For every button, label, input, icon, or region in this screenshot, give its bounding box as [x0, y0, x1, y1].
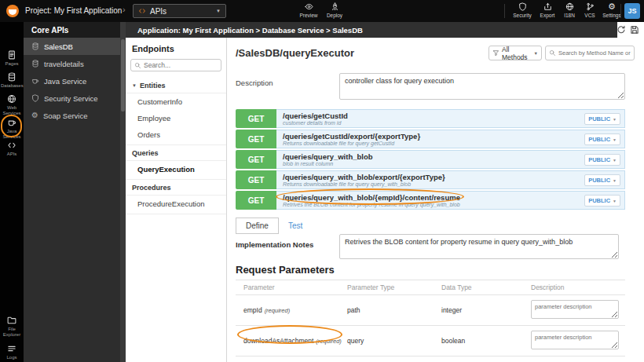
scrollbar-thumb[interactable] [121, 39, 125, 112]
endpoint-path[interactable]: /queries/getCustId/export/{exportType} [283, 132, 618, 141]
rail-item-apis[interactable]: APIs [0, 141, 24, 157]
endpoint-row-highlighted: GET /queries/query_with_blob/{empId}/con… [236, 191, 625, 210]
endpoint-link[interactable]: /queries/query_with_blob/{empId}/content… [276, 191, 625, 210]
search-icon [134, 62, 141, 69]
table-row-highlighted: downloadAsAttachment(required) query boo… [236, 326, 625, 357]
method-badge: GET [236, 170, 276, 189]
preview-label: Preview [299, 13, 317, 18]
endpoint-item-queryexecution[interactable]: QueryExecution [126, 161, 226, 177]
i18n-label: I18N [564, 13, 575, 18]
endpoint-link[interactable]: /queries/getCustId customer details from… [276, 109, 625, 128]
nav-dropdown[interactable]: APIs ▼ [133, 4, 226, 18]
refresh-icon[interactable] [617, 25, 626, 35]
chevron-down-icon: ▼ [132, 83, 137, 88]
deploy-label: Deploy [327, 13, 342, 18]
rail-item-label: Databases [1, 83, 23, 89]
sidebar-item-soap-service[interactable]: ⚙ Soap Service [24, 107, 120, 124]
nav-dropdown-value: APIs [150, 7, 166, 16]
branch-icon [586, 2, 595, 11]
endpoint-row: GET /queries/getCustId/export/{exportTyp… [236, 130, 625, 148]
column-header-data-type: Data Type [434, 280, 523, 294]
section-queries[interactable]: Queries [126, 145, 226, 161]
sidebar-item-label: Security Service [44, 94, 98, 103]
methods-filter-dropdown[interactable]: All Methods ▼ [488, 46, 542, 60]
sidebar-scrollbar[interactable] [120, 22, 126, 362]
endpoint-item-employee[interactable]: Employee [126, 110, 226, 126]
endpoints-group-queries: Queries QueryExecution [126, 145, 226, 180]
param-description-input[interactable] [531, 300, 619, 319]
section-label: Queries [132, 149, 159, 157]
endpoint-item-customerinfo[interactable]: CustomerInfo [126, 93, 226, 110]
method-badge: GET [236, 150, 276, 169]
pages-icon [7, 50, 16, 60]
param-description-input[interactable] [531, 331, 619, 349]
sidebar-item-java-service[interactable]: Java Service [24, 72, 120, 90]
endpoint-path[interactable]: /queries/query_with_blob/export/{exportT… [283, 173, 618, 181]
endpoint-link[interactable]: /queries/query_with_blob blob in result … [276, 150, 625, 169]
endpoint-link[interactable]: /queries/getCustId/export/{exportType} R… [276, 130, 625, 148]
topbar-divider [504, 4, 505, 18]
method-search-input[interactable] [558, 49, 632, 57]
chevron-down-icon: ▼ [613, 137, 617, 142]
save-icon[interactable] [630, 25, 639, 35]
export-label: Export [540, 13, 555, 18]
preview-button[interactable]: Preview [295, 2, 322, 18]
access-dropdown[interactable]: PUBLIC ▼ [584, 174, 620, 186]
rail-item-label: Logs [1, 355, 23, 360]
gear-icon: ⚙ [608, 2, 616, 11]
endpoint-note: blob in result column [283, 161, 618, 167]
sidebar-item-label: Java Service [44, 77, 86, 86]
param-data-type-cell: integer [434, 302, 523, 319]
database-icon [31, 60, 39, 68]
rail-item-web-services[interactable]: Web Services [0, 94, 24, 116]
endpoint-item-procedureexecution[interactable]: ProcedureExecution [126, 196, 226, 212]
description-label: Description [236, 79, 273, 87]
rail-item-pages[interactable]: Pages [0, 50, 24, 67]
access-dropdown[interactable]: PUBLIC ▼ [584, 154, 620, 166]
description-textarea[interactable]: controller class for query execution [339, 73, 625, 100]
endpoint-path[interactable]: /queries/query_with_blob [283, 152, 618, 161]
rail-item-java-services[interactable]: Java Services [0, 118, 24, 140]
endpoint-link[interactable]: /queries/query_with_blob/export/{exportT… [276, 170, 625, 189]
endpoint-item-orders[interactable]: Orders [126, 126, 226, 143]
rail-item-label: File Explorer [1, 327, 23, 338]
column-header-parameter: Parameter [236, 280, 339, 294]
tab-define[interactable]: Define [236, 218, 279, 234]
column-header-parameter-type: Parameter Type [339, 280, 434, 294]
access-dropdown[interactable]: PUBLIC ▼ [584, 113, 620, 125]
endpoint-row: GET /queries/getCustId customer details … [236, 109, 625, 128]
param-required-flag: (required) [316, 338, 342, 345]
endpoint-row: GET /queries/query_with_blob blob in res… [236, 150, 625, 169]
endpoint-row: GET /queries/query_with_blob/export/{exp… [236, 170, 625, 189]
sidebar-item-label: traveldetails [44, 60, 84, 68]
access-dropdown[interactable]: PUBLIC ▼ [584, 133, 620, 145]
app-logo-icon[interactable] [6, 5, 19, 17]
method-badge: GET [236, 109, 276, 128]
vcs-label: VCS [584, 13, 595, 18]
tab-test[interactable]: Test [279, 218, 312, 234]
sidebar-item-traveldetails[interactable]: traveldetails [24, 55, 120, 72]
endpoint-path[interactable]: /queries/getCustId [283, 112, 618, 120]
sidebar-item-security-service[interactable]: Security Service [24, 90, 120, 107]
chevron-down-icon: ▼ [613, 178, 617, 183]
rail-item-databases[interactable]: Databases [0, 72, 24, 89]
security-button[interactable]: Security [509, 2, 536, 18]
sidebar-item-salesdb[interactable]: SalesDB [24, 38, 120, 55]
topbar-divider [620, 4, 621, 18]
endpoint-note: Returns downloadable file for query getC… [283, 141, 618, 147]
apis-icon [138, 7, 146, 15]
endpoint-path[interactable]: /queries/query_with_blob/{empId}/content… [283, 193, 618, 202]
user-avatar[interactable]: JS [624, 3, 640, 19]
implementation-notes-textarea[interactable]: Retrives the BLOB content for property r… [339, 234, 619, 259]
section-entities[interactable]: ▼ Entities [126, 78, 226, 93]
rocket-icon [331, 2, 339, 11]
section-procedures[interactable]: Procedures [126, 180, 226, 196]
endpoint-note: Returns downloadable file for query quer… [283, 181, 618, 188]
rail-item-file-explorer[interactable]: File Explorer [0, 316, 24, 338]
endpoints-search-input[interactable] [144, 61, 216, 69]
access-dropdown[interactable]: PUBLIC ▼ [584, 195, 620, 207]
rail-item-logs[interactable]: Logs [0, 344, 24, 360]
deploy-button[interactable]: Deploy [321, 2, 348, 18]
endpoint-note: customer details from id [283, 120, 618, 126]
globe-icon [565, 2, 574, 11]
